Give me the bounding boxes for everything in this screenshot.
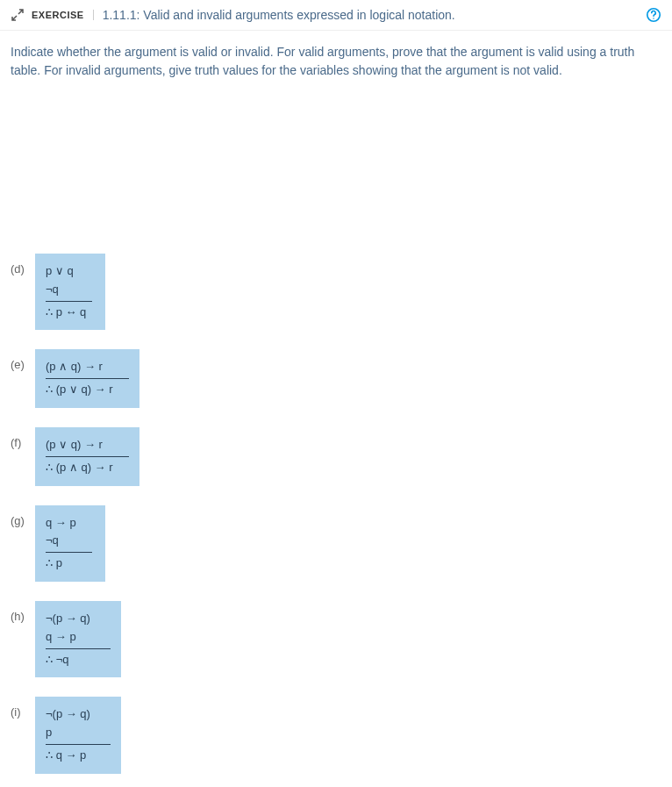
problem-label: (i) — [11, 697, 35, 719]
argument-box[interactable]: (p ∨ q) → r(p ∧ q) → r — [35, 427, 139, 486]
argument-box[interactable]: p ∨ q¬qp ↔ q — [35, 254, 105, 330]
premise-line: ¬q — [46, 532, 95, 550]
problem-row: (f)(p ∨ q) → r(p ∧ q) → r — [11, 427, 661, 486]
premise-line: q → p — [46, 628, 111, 647]
argument-box[interactable]: ¬(p → q)q → p¬q — [35, 601, 121, 677]
conclusion-line: (p ∨ q) → r — [46, 381, 129, 399]
problem-label: (g) — [11, 505, 35, 527]
instructions-text: Indicate whether the argument is valid o… — [0, 31, 672, 96]
premise-line: ¬(p → q) — [46, 705, 111, 724]
problem-label: (h) — [11, 601, 35, 623]
svg-point-1 — [653, 18, 654, 18]
conclusion-line: p — [46, 554, 95, 573]
premise-line: (p ∧ q) → r — [46, 358, 129, 376]
problem-row: (g)q → p¬qp — [11, 505, 661, 582]
argument-box[interactable]: ¬(p → q)pq → p — [35, 697, 121, 773]
problem-label: (f) — [11, 427, 35, 449]
premise-line: p — [46, 724, 111, 742]
inference-rule-line — [46, 552, 92, 553]
problem-row: (i)¬(p → q)pq → p — [11, 697, 661, 773]
premise-line: q → p — [46, 514, 95, 533]
argument-box[interactable]: q → p¬qp — [35, 505, 105, 582]
conclusion-line: q → p — [46, 747, 111, 765]
exercise-title: 1.11.1: Valid and invalid arguments expr… — [94, 8, 646, 22]
exercise-header: EXERCISE 1.11.1: Valid and invalid argum… — [0, 0, 672, 31]
inference-rule-line — [46, 648, 111, 649]
inference-rule-line — [46, 301, 92, 302]
conclusion-line: (p ∧ q) → r — [46, 459, 129, 477]
expand-icon[interactable] — [11, 8, 25, 22]
premise-line: ¬(p → q) — [46, 610, 111, 628]
problem-row: (h)¬(p → q)q → p¬q — [11, 601, 661, 677]
problem-row: (e)(p ∧ q) → r(p ∨ q) → r — [11, 349, 661, 408]
inference-rule-line — [46, 456, 129, 457]
conclusion-line: p ↔ q — [46, 304, 95, 322]
help-icon[interactable] — [646, 7, 661, 23]
problem-row: (d)p ∨ q¬qp ↔ q — [11, 254, 661, 330]
problem-label: (d) — [11, 254, 35, 275]
exercise-label: EXERCISE — [32, 10, 94, 20]
inference-rule-line — [46, 378, 129, 379]
inference-rule-line — [46, 744, 111, 745]
argument-box[interactable]: (p ∧ q) → r(p ∨ q) → r — [35, 349, 139, 408]
premise-line: ¬q — [46, 281, 95, 299]
premise-line: (p ∨ q) → r — [46, 436, 129, 454]
problem-label: (e) — [11, 349, 35, 371]
premise-line: p ∨ q — [46, 262, 95, 281]
problems-list: (d)p ∨ q¬qp ↔ q(e)(p ∧ q) → r(p ∨ q) → r… — [0, 254, 672, 787]
conclusion-line: ¬q — [46, 651, 111, 669]
